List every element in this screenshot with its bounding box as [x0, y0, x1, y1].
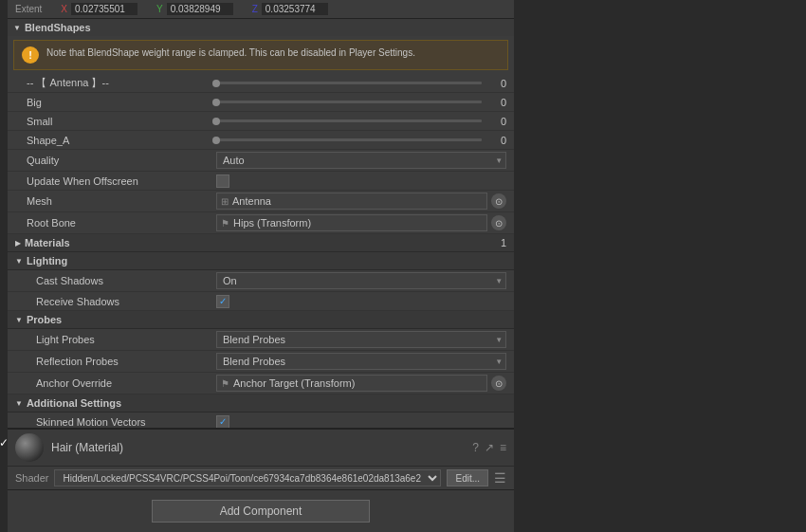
- extent-label: Extent: [15, 4, 42, 14]
- slider-antenna-container[interactable]: 0: [216, 78, 506, 89]
- mesh-field-text: Antenna: [232, 195, 483, 207]
- update-offscreen-value: [216, 174, 506, 188]
- shader-dropdown[interactable]: Hidden/Locked/PCSS4VRC/PCSS4Poi/Toon/ce6…: [54, 469, 441, 486]
- reflection-probes-dropdown[interactable]: Blend Probes: [216, 353, 506, 370]
- slider-antenna-track[interactable]: [216, 82, 482, 84]
- y-axis-label: Y: [156, 4, 163, 14]
- skinned-motion-vectors-checkbox[interactable]: [216, 415, 229, 429]
- slider-big-value: 0: [487, 97, 506, 108]
- list-icon[interactable]: ☰: [494, 470, 506, 486]
- rootbone-field: ⚑ Hips (Transform): [216, 214, 487, 231]
- rootbone-label: Root Bone: [27, 217, 216, 229]
- mesh-row: Mesh ⊞ Antenna ⊙: [8, 191, 514, 212]
- light-probes-dropdown[interactable]: Blend Probes: [216, 331, 506, 348]
- reflection-probes-row: Reflection Probes Blend Probes ▼: [8, 351, 514, 373]
- warning-banner: ! Note that BlendShape weight range is c…: [13, 40, 508, 70]
- material-sphere: [15, 433, 44, 462]
- slider-big-container[interactable]: 0: [216, 97, 506, 108]
- mesh-value: ⊞ Antenna ⊙: [216, 193, 506, 210]
- anchor-field-icon: ⚑: [221, 378, 229, 389]
- reflection-probes-value: Blend Probes ▼: [216, 353, 506, 370]
- slider-small-value: 0: [487, 116, 506, 127]
- mesh-circle-btn[interactable]: ⊙: [491, 193, 506, 209]
- blendshapes-section: ▼ BlendShapes ! Note that BlendShape wei…: [8, 19, 514, 428]
- blendshapes-title: BlendShapes: [25, 22, 91, 33]
- slider-antenna-thumb[interactable]: [212, 80, 220, 87]
- slider-shapea-container[interactable]: 0: [216, 135, 506, 146]
- blendshapes-header[interactable]: ▼ BlendShapes: [8, 19, 514, 36]
- receive-shadows-checkbox[interactable]: [216, 295, 229, 308]
- shader-row: Shader Hidden/Locked/PCSS4VRC/PCSS4Poi/T…: [8, 467, 514, 489]
- slider-big: Big 0: [8, 93, 514, 112]
- reflection-probes-label: Reflection Probes: [36, 356, 216, 367]
- slider-shapea-track[interactable]: [216, 138, 482, 141]
- mesh-label: Mesh: [27, 195, 216, 207]
- warning-text: Note that BlendShape weight range is cla…: [46, 46, 415, 60]
- skinned-motion-vectors-row: Skinned Motion Vectors: [8, 413, 514, 428]
- extent-x-value: 0.02735501: [71, 3, 137, 15]
- blendshapes-triangle: ▼: [13, 24, 21, 32]
- z-axis-label: Z: [252, 4, 258, 14]
- lighting-content: Cast Shadows On ▼ Re: [8, 270, 514, 311]
- additional-settings-header[interactable]: ▼ Additional Settings: [8, 394, 514, 413]
- top-bar: Extent X 0.02735501 Y 0.03828949 Z 0.032…: [8, 0, 514, 19]
- quality-dropdown[interactable]: Auto: [216, 152, 506, 169]
- cast-shadows-row: Cast Shadows On ▼: [8, 270, 514, 292]
- cast-shadows-dropdown[interactable]: On: [216, 272, 506, 289]
- slider-antenna-label: -- 【 Antenna 】--: [27, 76, 216, 90]
- help-icon[interactable]: ?: [472, 441, 479, 454]
- probes-header[interactable]: ▼ Probes: [8, 311, 514, 329]
- rootbone-circle-btn[interactable]: ⊙: [491, 215, 506, 230]
- mesh-field: ⊞ Antenna: [216, 193, 487, 210]
- probes-triangle: ▼: [15, 316, 23, 324]
- rootbone-field-text: Hips (Transform): [233, 217, 483, 229]
- update-offscreen-checkbox[interactable]: [216, 174, 229, 188]
- slider-big-label: Big: [27, 97, 216, 108]
- anchor-circle-btn[interactable]: ⊙: [491, 376, 506, 391]
- bottom-section: Hair (Material) ? ↗ ≡ Shader Hidden/Lock…: [8, 428, 514, 489]
- slider-shapea-label: Shape_A: [27, 135, 216, 146]
- skinned-motion-vectors-label: Skinned Motion Vectors: [36, 416, 216, 428]
- materials-count: 1: [501, 237, 506, 248]
- slider-small: Small 0: [8, 112, 514, 131]
- slider-small-label: Small: [27, 116, 216, 127]
- add-component-container: Add Component: [8, 489, 514, 532]
- cast-shadows-label: Cast Shadows: [36, 275, 216, 286]
- edit-button[interactable]: Edit...: [447, 469, 488, 486]
- rootbone-value: ⚑ Hips (Transform) ⊙: [216, 214, 506, 231]
- arrow-icon[interactable]: ↗: [485, 441, 494, 454]
- update-offscreen-label: Update When Offscreen: [27, 175, 216, 187]
- update-offscreen-row: Update When Offscreen: [8, 172, 514, 191]
- lighting-header[interactable]: ▼ Lighting: [8, 252, 514, 270]
- extent-x-field: X 0.02735501: [61, 3, 137, 15]
- slider-small-track[interactable]: [216, 119, 482, 122]
- rootbone-row: Root Bone ⚑ Hips (Transform) ⊙: [8, 212, 514, 234]
- main-container: Extent X 0.02735501 Y 0.03828949 Z 0.032…: [8, 0, 514, 532]
- menu-icon[interactable]: ≡: [500, 441, 506, 454]
- lighting-triangle: ▼: [15, 257, 23, 266]
- slider-big-track[interactable]: [216, 101, 482, 103]
- skinned-motion-vectors-value: [216, 415, 506, 429]
- reflection-probes-dropdown-wrapper[interactable]: Blend Probes ▼: [216, 353, 506, 370]
- slider-small-thumb[interactable]: [212, 118, 220, 125]
- slider-antenna: -- 【 Antenna 】-- 0: [8, 74, 514, 93]
- add-component-button[interactable]: Add Component: [152, 500, 370, 523]
- additional-settings-title: Additional Settings: [27, 397, 121, 409]
- quality-dropdown-wrapper[interactable]: Auto ▼: [216, 152, 506, 169]
- slider-shapea-value: 0: [487, 135, 506, 146]
- light-probes-dropdown-wrapper[interactable]: Blend Probes ▼: [216, 331, 506, 348]
- outer-layout: ✓ Extent X 0.02735501 Y 0.03828949 Z 0.0…: [0, 0, 806, 532]
- slider-small-container[interactable]: 0: [216, 116, 506, 127]
- materials-header[interactable]: ▶ Materials 1: [8, 234, 514, 252]
- blendshapes-content: ! Note that BlendShape weight range is c…: [8, 40, 514, 428]
- cast-shadows-dropdown-wrapper[interactable]: On ▼: [216, 272, 506, 289]
- additional-settings-triangle: ▼: [15, 399, 23, 408]
- slider-big-thumb[interactable]: [212, 99, 220, 106]
- probes-title: Probes: [27, 314, 62, 325]
- quality-value: Auto ▼: [216, 152, 506, 169]
- slider-shapea: Shape_A 0: [8, 131, 514, 150]
- slider-shapea-thumb[interactable]: [212, 137, 220, 144]
- checkmark-area: ✓: [0, 0, 8, 449]
- mesh-field-icon: ⊞: [221, 196, 229, 207]
- slider-antenna-value: 0: [487, 78, 506, 89]
